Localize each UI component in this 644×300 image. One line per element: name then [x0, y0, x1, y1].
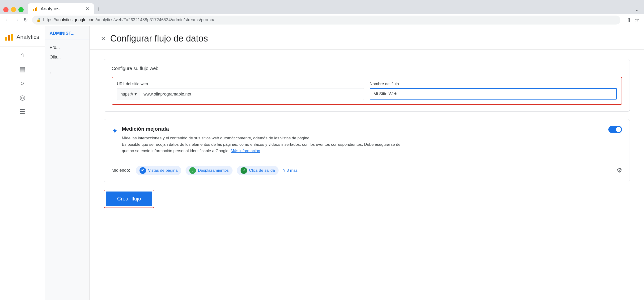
url-bar[interactable]: 🔒 https://analytics.google.com/analytics… [32, 15, 620, 24]
explore-icon: ○ [20, 79, 24, 87]
sidebar: Analytics ⌂ ▦ ○ ◎ ☰ [0, 26, 45, 300]
chip-desplazamientos[interactable]: ↕ Desplazamientos [186, 166, 232, 175]
measurement-header: ✦ Medición mejorada Mide las interaccion… [112, 126, 622, 154]
url-input-row: https:// ▾ [117, 88, 364, 100]
forward-nav-btn[interactable]: → [14, 17, 19, 23]
sidebar-item-reports[interactable]: ▦ [16, 62, 29, 76]
url-protocol-select[interactable]: https:// ▾ [117, 88, 140, 100]
sparkle-icon: ✦ [112, 126, 118, 135]
reload-nav-btn[interactable]: ↻ [24, 17, 28, 23]
toggle-container: ✓ [608, 126, 622, 133]
app-layout: Analytics ⌂ ▦ ○ ◎ ☰ ADMINIST... Pro... [0, 26, 644, 300]
analytics-logo-icon [5, 32, 14, 41]
admin-icon: ☰ [19, 108, 25, 116]
chip-desplazamientos-label: Desplazamientos [198, 168, 228, 173]
chip-clics[interactable]: ↗ Clics de salida [237, 166, 279, 175]
protocol-chevron-icon: ▾ [134, 91, 137, 97]
new-tab-btn[interactable]: + [96, 5, 100, 13]
admin-tab[interactable]: ADMINIST... [45, 26, 90, 39]
admin-item-1[interactable]: Pro... [45, 43, 90, 52]
admin-item-2[interactable]: Olla... [45, 52, 90, 62]
create-btn-container: Crear flujo [104, 190, 630, 208]
svg-rect-1 [35, 8, 36, 11]
page-body: Configure su flujo web URL del sitio web… [90, 49, 644, 218]
measurement-desc: Mide las interacciones y el contenido de… [122, 135, 405, 154]
form-section: Configure su flujo web URL del sitio web… [104, 59, 630, 112]
name-field-label: Nombre del flujo [370, 82, 617, 86]
advertising-icon: ◎ [20, 94, 25, 101]
sidebar-logo-text: Analytics [16, 34, 39, 40]
lock-icon: 🔒 [36, 17, 41, 22]
address-bar: ← → ↻ 🔒 https://analytics.google.com/ana… [0, 14, 644, 26]
click-icon: ↗ [240, 167, 247, 174]
admin-panel: ADMINIST... Pro... Olla... ← [45, 26, 90, 300]
svg-rect-5 [11, 34, 13, 40]
sidebar-item-admin[interactable]: ☰ [16, 105, 29, 118]
sidebar-logo: Analytics [0, 26, 44, 46]
sidebar-nav: ⌂ ▦ ○ ◎ ☰ [0, 48, 44, 118]
svg-rect-2 [36, 7, 37, 11]
reports-icon: ▦ [19, 65, 26, 73]
eye-icon: 👁 [140, 167, 146, 174]
active-tab[interactable]: Analytics ✕ [28, 3, 94, 14]
sidebar-item-explore[interactable]: ○ [16, 77, 29, 90]
url-field-group: URL del sitio web https:// ▾ [117, 82, 364, 100]
url-domain-input[interactable] [140, 88, 364, 100]
browser-chrome: Analytics ✕ + ⌄ ← → ↻ 🔒 https://analytic… [0, 0, 644, 26]
measuring-label: Midiendo: [112, 168, 130, 173]
chip-vistas-label: Vistas de página [148, 168, 178, 173]
admin-items: Pro... Olla... [45, 39, 90, 65]
sidebar-divider [0, 46, 44, 46]
url-field-label: URL del sitio web [117, 82, 364, 86]
tab-close-btn[interactable]: ✕ [86, 6, 89, 11]
home-icon: ⌂ [20, 51, 24, 59]
create-btn-wrapper: Crear flujo [104, 190, 154, 208]
toggle-check-icon: ✓ [618, 128, 621, 131]
share-btn[interactable]: ⬆ [627, 17, 631, 23]
name-field-input[interactable] [370, 88, 617, 99]
url-actions: ⬆ ☆ [627, 17, 639, 23]
chip-vistas[interactable]: 👁 Vistas de página [136, 166, 181, 175]
measuring-row: Midiendo: 👁 Vistas de página ↕ Desplazam… [112, 161, 622, 175]
measurement-title: Medición mejorada [122, 126, 405, 132]
close-window-btn[interactable] [3, 7, 8, 12]
tab-title: Analytics [40, 6, 60, 11]
url-text: https://analytics.google.com/analytics/w… [43, 17, 214, 22]
svg-rect-3 [5, 37, 7, 40]
sidebar-item-home[interactable]: ⌂ [16, 48, 29, 61]
chip-clics-label: Clics de salida [249, 168, 275, 173]
minimize-window-btn[interactable] [11, 7, 16, 12]
svg-rect-0 [33, 9, 34, 11]
url-domain: analytics.google.com [56, 17, 96, 22]
back-button[interactable]: ← [45, 65, 90, 80]
measurement-text: Medición mejorada Mide las interacciones… [122, 126, 405, 154]
page-title: Configurar flujo de datos [110, 33, 208, 44]
page-header: × Configurar flujo de datos [90, 26, 644, 49]
url-protocol: https:// [43, 17, 56, 22]
analytics-tab-icon [32, 6, 38, 11]
back-nav-btn[interactable]: ← [5, 17, 10, 23]
name-field-group: Nombre del flujo [370, 82, 617, 99]
create-flow-btn[interactable]: Crear flujo [106, 192, 152, 206]
sidebar-item-advertising[interactable]: ◎ [16, 91, 29, 104]
tab-bar: Analytics ✕ + ⌄ [0, 0, 644, 14]
scroll-icon: ↕ [189, 167, 196, 174]
window-controls [3, 7, 24, 12]
url-name-row: URL del sitio web https:// ▾ Nombre del … [112, 77, 622, 105]
form-section-title: Configure su flujo web [112, 66, 622, 71]
measurement-card: ✦ Medición mejorada Mide las interaccion… [104, 119, 630, 182]
close-page-btn[interactable]: × [101, 34, 106, 43]
measurement-desc-1: Mide las interacciones y el contenido de… [122, 136, 310, 140]
measurement-more-link[interactable]: Más información [231, 149, 260, 153]
more-chips-label[interactable]: Y 3 más [283, 168, 298, 173]
bookmark-btn[interactable]: ☆ [634, 17, 639, 23]
back-arrow-icon: ← [49, 70, 54, 76]
tab-list-chevron[interactable]: ⌄ [635, 6, 639, 13]
measurement-settings-btn[interactable]: ⚙ [616, 167, 622, 174]
measurement-toggle[interactable]: ✓ [608, 126, 622, 133]
url-path: /analytics/web/#a26321488p317246534/admi… [96, 17, 214, 22]
main-content: × Configurar flujo de datos Configure su… [90, 26, 644, 300]
svg-rect-4 [8, 35, 10, 40]
maximize-window-btn[interactable] [18, 7, 24, 12]
measurement-desc-2: Es posible que se recojan datos de los e… [122, 142, 400, 153]
